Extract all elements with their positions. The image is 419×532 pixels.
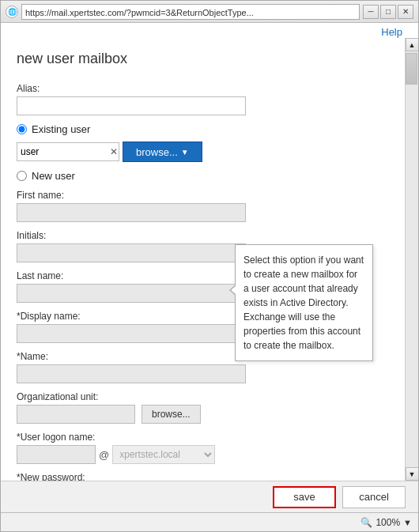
title-bar: 🌐 https://mail.xpertstec.com/?pwmcid=3&R… <box>1 1 418 23</box>
new-user-radio[interactable] <box>17 171 27 181</box>
bottom-bar: save cancel <box>1 481 418 512</box>
alias-section: Alias: <box>17 83 389 115</box>
main-window: 🌐 https://mail.xpertstec.com/?pwmcid=3&R… <box>0 0 419 532</box>
help-bar: Help <box>1 23 418 38</box>
org-unit-section: Organizational unit: browse... <box>17 391 389 424</box>
last-name-input[interactable] <box>17 284 246 303</box>
existing-user-radio[interactable] <box>17 124 27 134</box>
alias-label: Alias: <box>17 83 389 94</box>
at-sign: @ <box>99 449 109 461</box>
zoom-icon: 🔍 <box>360 517 372 528</box>
first-name-label: First name: <box>17 190 389 201</box>
zoom-dropdown-arrow[interactable]: ▼ <box>403 518 412 527</box>
name-input[interactable] <box>17 364 246 383</box>
first-name-section: First name: <box>17 190 389 222</box>
initials-label: Initials: <box>17 230 389 241</box>
close-button[interactable]: ✕ <box>398 5 413 19</box>
tooltip-text: Select this option if you want to create… <box>243 255 364 351</box>
scrollbar: ▲ ▼ <box>405 38 418 481</box>
browse-button[interactable]: browse... ▼ <box>123 141 202 162</box>
save-button[interactable]: save <box>273 486 336 508</box>
user-input-row: ✕ browse... ▼ <box>17 141 389 162</box>
scroll-track <box>406 51 418 467</box>
window-controls: ─ □ ✕ <box>363 5 413 19</box>
org-browse-label: browse... <box>152 409 191 420</box>
org-unit-input[interactable] <box>17 405 135 424</box>
password-label: *New password: <box>17 472 389 481</box>
address-bar[interactable]: https://mail.xpertstec.com/?pwmcid=3&Ret… <box>21 4 360 20</box>
minimize-button[interactable]: ─ <box>363 5 379 19</box>
alias-input[interactable] <box>17 96 246 115</box>
main-content: new user mailbox Alias: Existing user ✕ <box>1 38 405 481</box>
page-title: new user mailbox <box>17 51 389 67</box>
user-input[interactable] <box>17 142 119 161</box>
display-name-input[interactable] <box>17 324 246 343</box>
logon-section: *User logon name: @ xpertstec.local <box>17 432 389 464</box>
org-browse-button[interactable]: browse... <box>142 405 201 424</box>
org-unit-label: Organizational unit: <box>17 391 389 402</box>
logon-row: @ xpertstec.local <box>17 445 389 464</box>
existing-user-section: Existing user ✕ browse... ▼ Select t <box>17 123 389 162</box>
initials-input[interactable] <box>17 243 246 262</box>
browser-icon: 🌐 <box>6 6 18 18</box>
tooltip-box: Select this option if you want to create… <box>235 244 373 361</box>
help-link[interactable]: Help <box>381 26 402 38</box>
domain-select[interactable]: xpertstec.local <box>112 445 215 464</box>
existing-user-label: Existing user <box>32 123 90 135</box>
status-bar: 🔍 100% ▼ <box>1 512 418 531</box>
user-row-container: ✕ browse... ▼ Select this option if you … <box>17 141 389 162</box>
password-section: *New password: <box>17 472 389 481</box>
new-user-label: New user <box>32 170 75 182</box>
existing-user-radio-label[interactable]: Existing user <box>17 123 389 135</box>
browse-label: browse... <box>136 146 178 158</box>
restore-button[interactable]: □ <box>380 5 396 19</box>
clear-button[interactable]: ✕ <box>107 143 121 160</box>
scroll-down-arrow[interactable]: ▼ <box>406 467 419 481</box>
first-name-input[interactable] <box>17 203 246 222</box>
zoom-level: 100% <box>376 517 400 528</box>
content-area: new user mailbox Alias: Existing user ✕ <box>1 38 418 481</box>
org-unit-row: browse... <box>17 405 389 424</box>
logon-input[interactable] <box>17 445 96 464</box>
logon-label: *User logon name: <box>17 432 389 443</box>
browse-arrow-icon: ▼ <box>181 148 189 157</box>
new-user-section: New user <box>17 170 389 182</box>
new-user-radio-label[interactable]: New user <box>17 170 389 182</box>
scroll-up-arrow[interactable]: ▲ <box>406 38 419 51</box>
cancel-button[interactable]: cancel <box>342 486 406 508</box>
scroll-thumb[interactable] <box>406 53 417 85</box>
